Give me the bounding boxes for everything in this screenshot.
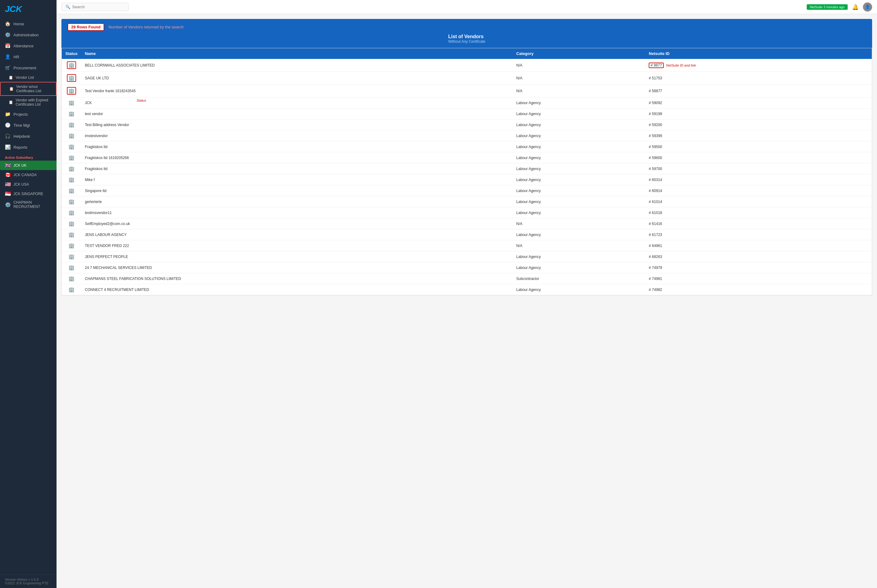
vendor-category: Labour Agency [513,251,645,262]
subsidiary-chapman[interactable]: ⚙️ CHAPMAN RECRUITMENT [0,198,57,211]
sidebar-item-time-mgt[interactable]: 🕐 Time Mgt [0,120,57,130]
sidebar-item-vendor-list[interactable]: 📋 Vendor List [0,73,57,82]
sidebar-item-reports[interactable]: 📊 Reports [0,142,57,153]
sidebar-item-vendor-without[interactable]: 📋 Vendor w/out Certificates List [0,82,57,96]
netsuite-id-cell[interactable]: # 74982 [645,284,872,295]
status-icon: 🏢 [65,122,78,128]
netsuite-id-cell[interactable]: # 59600 [645,152,872,164]
banner-subtitle: Without Any Certificate [448,39,485,44]
netsuite-id-cell[interactable]: # 61723 [645,229,872,240]
status-icon: 🏢 [65,100,78,106]
sidebar-item-helpdesk[interactable]: 🎧 Helpdesk [0,130,57,142]
vendor-name: BELL CORNWALL ASSOCIATES LIMITED [81,59,513,72]
vendor-category: Labour Agency [513,262,645,273]
status-cell: 🏢 [62,130,81,141]
netsuite-id-cell[interactable]: # 59700 [645,164,872,174]
netsuite-id-cell[interactable]: # 59092 [645,98,872,108]
netsuite-id-cell[interactable]: # 61416 [645,218,872,229]
vendor-list-icon: 📋 [9,75,13,80]
netsuite-id-cell[interactable]: # 64961 [645,240,872,251]
subsidiary-jck-canada[interactable]: 🇨🇦 JCK CANADA [0,170,57,180]
helpdesk-icon: 🎧 [5,134,11,139]
status-cell: 🏢 [62,85,81,98]
status-icon: 🏢 [65,254,78,260]
netsuite-id-cell[interactable]: # 61018 [645,207,872,218]
search-box[interactable]: 🔍 [62,3,129,11]
status-cell: 🏢 [62,98,81,108]
table-row: 🏢Singapore ltdLabour Agency# 60914 [62,185,872,196]
status-icon: 🏢 [65,188,78,194]
app-logo: JCK [0,0,57,18]
subsidiary-jck-uk[interactable]: 🇬🇧 JCK UK [0,160,57,170]
netsuite-id-cell[interactable]: # 61014 [645,196,872,207]
status-icon: 🏢 [65,210,78,216]
rows-found-badge: 29 Rows Found [68,23,104,31]
netsuite-id-annotated[interactable]: # 9877 [649,63,664,68]
status-icon: 🏢 [65,177,78,183]
vendor-category: Labour Agency [513,108,645,119]
vendor-name: SAGE UK LTD [81,72,513,85]
vendor-name: Test Vendor franki 1618243545 [81,85,513,98]
table-row: 🏢Fragkiskos ltd 1619205266Labour Agency#… [62,152,872,164]
status-icon: 🏢 [65,111,78,117]
sidebar-item-attendance[interactable]: 📅 Attendance [0,40,57,51]
table-row: 🏢Mike fLabour Agency# 60314 [62,174,872,185]
sidebar-item-vendor-expired[interactable]: 📋 Vendor with Expired Certificates List [0,96,57,109]
subsidiary-jck-usa[interactable]: 🇺🇸 JCK USA [0,180,57,189]
netsuite-id-cell[interactable]: # 74981 [645,273,872,284]
vendor-category: Labour Agency [513,130,645,141]
status-icon: 🏢 [65,221,78,226]
vendor-category: N/A [513,240,645,251]
status-cell: 🏢 [62,196,81,207]
status-cell: 🏢 [62,72,81,85]
netsuite-id-cell[interactable]: # 68263 [645,251,872,262]
netsuite-badge: NetSuite 3 minutes ago [807,4,848,10]
table-row: 🏢testimsvendor11Labour Agency# 61018 [62,207,872,218]
status-icon: 🏢 [65,87,78,94]
banner: 29 Rows Found Number of Vendors returned… [62,19,872,48]
table-row: 🏢TEST VENDOR FRED 222N/A# 64961 [62,240,872,251]
search-input[interactable] [72,4,125,9]
status-icon: 🏢 [65,232,78,237]
table-row: 🏢Fragkiskos ltdLabour Agency# 59500 [62,141,872,152]
sidebar-item-projects[interactable]: 📁 Projects [0,109,57,120]
col-status: Status [62,48,81,59]
table-row: 🏢Test Billing address VendorLabour Agenc… [62,119,872,130]
table-row: 🏢SAGE UK LTDN/A# 51753 [62,72,872,85]
bell-icon[interactable]: 🔔 [852,4,859,10]
banner-title: List of Vendors [448,34,485,39]
sidebar-item-administration[interactable]: ⚙️ Administration [0,29,57,40]
table-row: 🏢24 7 MECHANICAL SERVICES LIMITEDLabour … [62,262,872,273]
vendor-category: Subcontractor [513,273,645,284]
table-row: 🏢test vendorLabour Agency# 59199 [62,108,872,119]
status-icon: 🏢 [65,155,78,160]
status-icon: 🏢 [65,62,78,69]
status-cell: 🏢 [62,59,81,72]
netsuite-id-cell[interactable]: # 60314 [645,174,872,185]
status-cell: 🏢 [62,273,81,284]
col-name: Name [81,48,513,59]
netsuite-id-cell[interactable]: # 59200 [645,119,872,130]
sidebar-footer: Version History v 1.5.9 ©2022 JCK Engine… [0,574,57,588]
netsuite-id-cell[interactable]: # 59399 [645,130,872,141]
sidebar-item-home[interactable]: 🏠 Home [0,18,57,29]
netsuite-id-cell[interactable]: # 59500 [645,141,872,152]
status-cell: 🏢 [62,207,81,218]
col-netsuite-id: Netsuite ID [645,48,872,59]
netsuite-id-cell[interactable]: # 51753 [645,72,872,85]
sidebar-item-procurement[interactable]: 🛒 Procurement [0,62,57,73]
main-area: 🔍 NetSuite 3 minutes ago 🔔 👤 29 Rows Fou… [57,0,877,588]
netsuite-id-cell[interactable]: # 74979 [645,262,872,273]
status-icon: 🏢 [65,243,78,249]
table-row: 🏢Fragkiskos ltdLabour Agency# 59700 [62,164,872,174]
sidebar-item-hr[interactable]: 👤 HR [0,51,57,62]
vendor-category: N/A [513,218,645,229]
netsuite-id-cell[interactable]: # 58877 [645,85,872,98]
vendors-table: Status Name Category Netsuite ID 🏢BELL C… [62,48,872,295]
netsuite-id-cell[interactable]: # 60914 [645,185,872,196]
status-cell: 🏢 [62,185,81,196]
status-icon: 🏢 [65,276,78,282]
netsuite-id-cell[interactable]: # 59199 [645,108,872,119]
subsidiary-jck-singapore[interactable]: 🇸🇬 JCK SINGAPORE [0,189,57,198]
vendor-name: Mike f [81,174,513,185]
